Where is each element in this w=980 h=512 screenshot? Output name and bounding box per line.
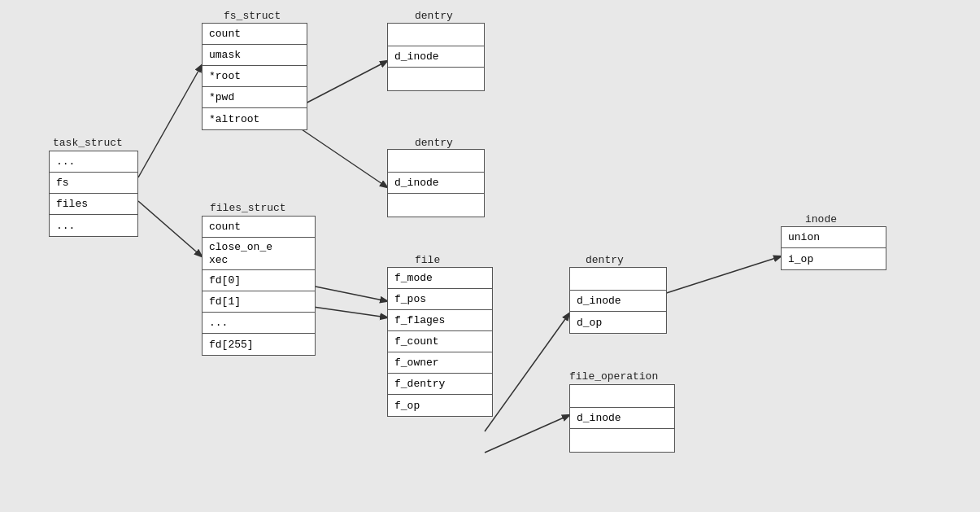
files-field-count: count <box>203 217 315 238</box>
file-fdentry: f_dentry <box>388 374 492 395</box>
file-title: file <box>415 254 440 266</box>
file-fmode: f_mode <box>388 268 492 289</box>
task-field-files: files <box>50 194 137 215</box>
svg-line-4 <box>307 285 387 301</box>
dentry1-inode: d_inode <box>388 46 484 68</box>
dentry2-box: d_inode <box>387 149 485 217</box>
file-box: f_mode f_pos f_flages f_count f_owner f_… <box>387 267 493 417</box>
fs-field-count: count <box>203 24 307 45</box>
files-field-close: close_on_exec <box>203 238 315 270</box>
dentry3-box: d_inode d_op <box>569 267 667 334</box>
task-field-dots1: ... <box>50 151 137 173</box>
dentry2-empty2 <box>388 194 484 217</box>
files-field-dots: ... <box>203 313 315 334</box>
file-operation-title: file_operation <box>569 370 658 383</box>
file-fowner: f_owner <box>388 352 492 374</box>
task-field-fs: fs <box>50 173 137 194</box>
dentry1-empty2 <box>388 68 484 90</box>
dentry2-inode: d_inode <box>388 173 484 194</box>
inode-box: union i_op <box>781 226 886 270</box>
filop-empty <box>570 385 674 408</box>
task-field-dots2: ... <box>50 215 137 236</box>
files-field-fd1: fd[1] <box>203 291 315 313</box>
dentry3-empty <box>570 268 666 291</box>
dentry1-box: d_inode <box>387 23 485 91</box>
svg-line-7 <box>485 415 569 453</box>
fs-struct-title: fs_struct <box>224 10 281 22</box>
filop-inode: d_inode <box>570 408 674 429</box>
svg-line-6 <box>485 313 569 431</box>
fs-field-altroot: *altroot <box>203 108 307 129</box>
file-fop: f_op <box>388 395 492 416</box>
inode-union: union <box>782 227 886 248</box>
inode-title: inode <box>805 213 837 225</box>
svg-line-5 <box>307 306 387 317</box>
fs-struct-box: count umask *root *pwd *altroot <box>202 23 307 130</box>
fs-field-umask: umask <box>203 45 307 66</box>
diagram: task_struct ... fs files ... fs_struct c… <box>0 0 980 512</box>
dentry2-empty <box>388 150 484 173</box>
files-struct-title: files_struct <box>210 202 286 214</box>
files-struct-box: count close_on_exec fd[0] fd[1] ... fd[2… <box>202 216 316 356</box>
dentry1-title: dentry <box>415 10 453 22</box>
file-fcount: f_count <box>388 331 492 352</box>
files-field-fd0: fd[0] <box>203 270 315 291</box>
dentry2-title: dentry <box>415 137 453 149</box>
fs-field-root: *root <box>203 66 307 87</box>
inode-iop: i_op <box>782 248 886 269</box>
task-struct-box: ... fs files ... <box>49 151 138 237</box>
dentry3-title: dentry <box>586 254 624 266</box>
file-operation-box: d_inode <box>569 384 675 453</box>
svg-line-2 <box>299 61 387 107</box>
svg-line-0 <box>138 65 202 177</box>
files-field-fd255: fd[255] <box>203 334 315 355</box>
dentry3-inode: d_inode <box>570 291 666 312</box>
fs-field-pwd: *pwd <box>203 87 307 108</box>
file-fflages: f_flages <box>388 310 492 331</box>
dentry3-dop: d_op <box>570 312 666 333</box>
task-struct-title: task_struct <box>53 137 123 149</box>
svg-line-1 <box>138 201 202 256</box>
file-fpos: f_pos <box>388 289 492 310</box>
svg-line-3 <box>299 128 387 187</box>
dentry1-empty <box>388 24 484 46</box>
svg-line-8 <box>659 256 781 295</box>
filop-empty2 <box>570 429 674 452</box>
